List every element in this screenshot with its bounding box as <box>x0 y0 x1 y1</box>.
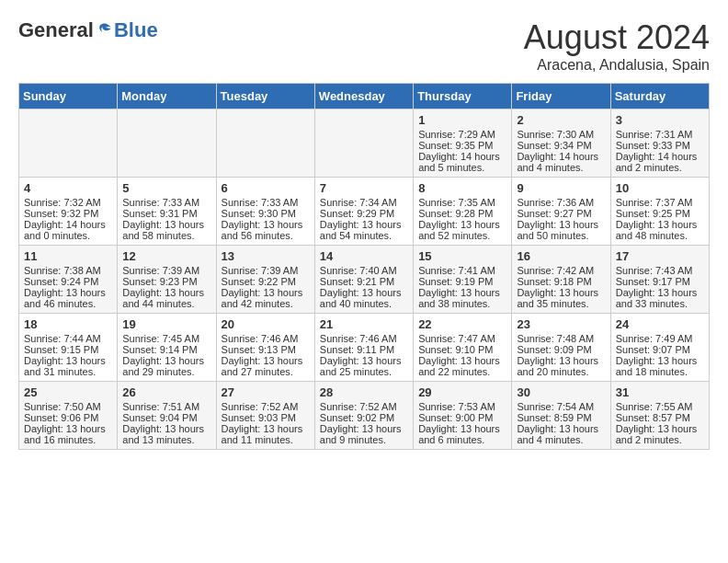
day-info: Daylight: 13 hours and 11 minutes. <box>222 423 310 445</box>
day-info: Daylight: 13 hours and 44 minutes. <box>122 287 210 309</box>
day-info: Sunset: 9:29 PM <box>320 208 408 219</box>
day-info: Daylight: 13 hours and 52 minutes. <box>418 219 506 241</box>
day-info: Daylight: 14 hours and 0 minutes. <box>24 219 112 241</box>
day-number: 1 <box>418 113 506 127</box>
calendar-table: Sunday Monday Tuesday Wednesday Thursday… <box>18 83 710 450</box>
table-row: 4Sunrise: 7:32 AMSunset: 9:32 PMDaylight… <box>19 178 118 246</box>
day-info: Daylight: 13 hours and 33 minutes. <box>616 287 704 309</box>
day-info: Sunset: 9:35 PM <box>418 140 506 151</box>
logo-bird-icon <box>96 21 114 40</box>
day-info: Daylight: 13 hours and 48 minutes. <box>616 219 704 241</box>
day-info: Daylight: 13 hours and 4 minutes. <box>517 423 605 445</box>
day-info: Sunrise: 7:42 AM <box>517 265 605 276</box>
day-number: 20 <box>222 317 310 331</box>
day-info: Sunset: 9:07 PM <box>616 344 704 355</box>
calendar-week-row: 25Sunrise: 7:50 AMSunset: 9:06 PMDayligh… <box>19 382 710 450</box>
table-row: 31Sunrise: 7:55 AMSunset: 8:57 PMDayligh… <box>610 382 709 450</box>
day-number: 14 <box>320 249 408 263</box>
table-row: 22Sunrise: 7:47 AMSunset: 9:10 PMDayligh… <box>414 314 512 382</box>
day-number: 21 <box>320 317 408 331</box>
days-header-row: Sunday Monday Tuesday Wednesday Thursday… <box>19 84 710 109</box>
table-row: 9Sunrise: 7:36 AMSunset: 9:27 PMDaylight… <box>512 178 610 246</box>
day-info: Sunset: 9:06 PM <box>24 412 112 423</box>
day-info: Sunrise: 7:55 AM <box>616 401 704 412</box>
table-row: 27Sunrise: 7:52 AMSunset: 9:03 PMDayligh… <box>216 382 314 450</box>
day-info: Daylight: 13 hours and 2 minutes. <box>616 423 704 445</box>
day-info: Sunrise: 7:31 AM <box>616 129 704 140</box>
table-row: 14Sunrise: 7:40 AMSunset: 9:21 PMDayligh… <box>314 246 413 314</box>
day-info: Sunset: 9:00 PM <box>418 412 506 423</box>
table-row: 20Sunrise: 7:46 AMSunset: 9:13 PMDayligh… <box>216 314 314 382</box>
table-row: 19Sunrise: 7:45 AMSunset: 9:14 PMDayligh… <box>118 314 216 382</box>
day-info: Daylight: 13 hours and 9 minutes. <box>320 423 408 445</box>
day-info: Daylight: 13 hours and 16 minutes. <box>24 423 112 445</box>
day-info: Sunset: 9:17 PM <box>616 276 704 287</box>
day-info: Sunset: 9:25 PM <box>616 208 704 219</box>
table-row: 11Sunrise: 7:38 AMSunset: 9:24 PMDayligh… <box>19 246 118 314</box>
header-sunday: Sunday <box>19 84 118 109</box>
day-number: 13 <box>222 249 310 263</box>
day-info: Sunset: 9:34 PM <box>517 140 605 151</box>
day-info: Daylight: 13 hours and 27 minutes. <box>222 355 310 377</box>
day-info: Sunset: 9:32 PM <box>24 208 112 219</box>
day-info: Sunset: 9:04 PM <box>122 412 210 423</box>
day-info: Daylight: 13 hours and 54 minutes. <box>320 219 408 241</box>
day-info: Sunset: 9:02 PM <box>320 412 408 423</box>
calendar-week-row: 4Sunrise: 7:32 AMSunset: 9:32 PMDaylight… <box>19 178 710 246</box>
day-info: Sunset: 9:30 PM <box>222 208 310 219</box>
day-info: Sunset: 9:31 PM <box>122 208 210 219</box>
day-info: Daylight: 13 hours and 38 minutes. <box>418 287 506 309</box>
day-number: 18 <box>24 317 112 331</box>
day-info: Sunrise: 7:50 AM <box>24 401 112 412</box>
day-info: Sunrise: 7:45 AM <box>122 333 210 344</box>
day-info: Sunrise: 7:33 AM <box>222 197 310 208</box>
table-row: 17Sunrise: 7:43 AMSunset: 9:17 PMDayligh… <box>610 246 709 314</box>
day-number: 17 <box>616 249 704 263</box>
day-info: Sunrise: 7:39 AM <box>222 265 310 276</box>
day-info: Sunset: 9:19 PM <box>418 276 506 287</box>
day-info: Sunset: 9:14 PM <box>122 344 210 355</box>
table-row: 13Sunrise: 7:39 AMSunset: 9:22 PMDayligh… <box>216 246 314 314</box>
table-row: 10Sunrise: 7:37 AMSunset: 9:25 PMDayligh… <box>610 178 709 246</box>
day-info: Sunset: 9:03 PM <box>222 412 310 423</box>
day-number: 2 <box>517 113 605 127</box>
day-info: Sunset: 9:33 PM <box>616 140 704 151</box>
header-wednesday: Wednesday <box>314 84 413 109</box>
day-info: Daylight: 13 hours and 35 minutes. <box>517 287 605 309</box>
day-number: 23 <box>517 317 605 331</box>
day-info: Sunrise: 7:52 AM <box>222 401 310 412</box>
day-number: 24 <box>616 317 704 331</box>
table-row: 18Sunrise: 7:44 AMSunset: 9:15 PMDayligh… <box>19 314 118 382</box>
day-info: Sunrise: 7:46 AM <box>222 333 310 344</box>
day-info: Daylight: 14 hours and 2 minutes. <box>616 151 704 173</box>
day-info: Sunrise: 7:43 AM <box>616 265 704 276</box>
logo-blue-text: Blue <box>114 18 158 42</box>
day-info: Sunset: 9:22 PM <box>222 276 310 287</box>
table-row: 3Sunrise: 7:31 AMSunset: 9:33 PMDaylight… <box>610 109 709 178</box>
header-monday: Monday <box>118 84 216 109</box>
day-info: Sunrise: 7:51 AM <box>122 401 210 412</box>
day-info: Daylight: 13 hours and 58 minutes. <box>122 219 210 241</box>
day-number: 8 <box>418 181 506 195</box>
day-info: Sunrise: 7:48 AM <box>517 333 605 344</box>
day-info: Sunrise: 7:38 AM <box>24 265 112 276</box>
day-info: Sunset: 8:59 PM <box>517 412 605 423</box>
day-info: Daylight: 14 hours and 4 minutes. <box>517 151 605 173</box>
day-info: Daylight: 13 hours and 20 minutes. <box>517 355 605 377</box>
day-info: Daylight: 13 hours and 56 minutes. <box>222 219 310 241</box>
day-info: Sunrise: 7:49 AM <box>616 333 704 344</box>
day-number: 16 <box>517 249 605 263</box>
day-info: Sunset: 9:24 PM <box>24 276 112 287</box>
header-friday: Friday <box>512 84 610 109</box>
table-row: 15Sunrise: 7:41 AMSunset: 9:19 PMDayligh… <box>414 246 512 314</box>
day-info: Sunset: 9:11 PM <box>320 344 408 355</box>
day-info: Sunrise: 7:40 AM <box>320 265 408 276</box>
day-info: Daylight: 13 hours and 22 minutes. <box>418 355 506 377</box>
day-number: 28 <box>320 385 408 399</box>
day-info: Daylight: 13 hours and 46 minutes. <box>24 287 112 309</box>
day-number: 25 <box>24 385 112 399</box>
day-number: 22 <box>418 317 506 331</box>
day-number: 15 <box>418 249 506 263</box>
table-row: 26Sunrise: 7:51 AMSunset: 9:04 PMDayligh… <box>118 382 216 450</box>
logo: General Blue <box>18 18 158 42</box>
